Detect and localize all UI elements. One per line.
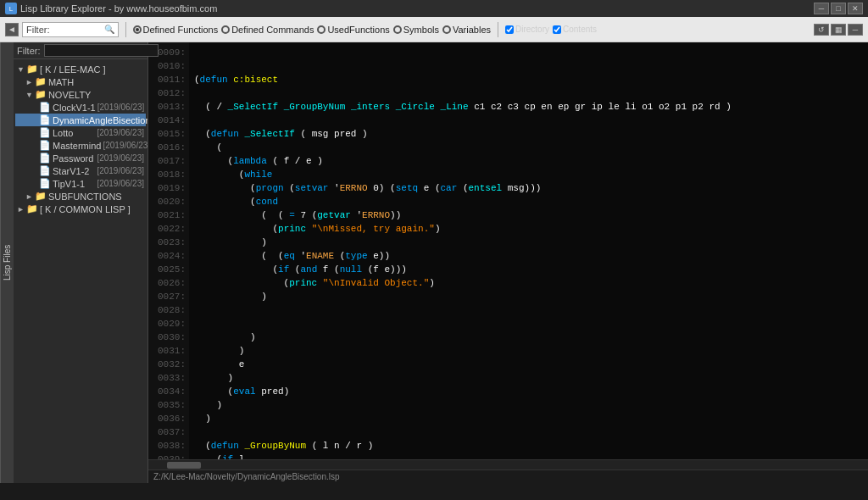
tree-item-novelty[interactable]: ▼ 📁 NOVELTY <box>15 88 146 101</box>
tree-panel: ▼ 📁 [ K / LEE-MAC ] ► 📁 MATH ▼ 📁 NOVELTY… <box>14 59 147 483</box>
filter-row: Filter: <box>14 42 147 59</box>
app-icon: L <box>5 3 17 14</box>
radio-symbols-label: Symbols <box>403 25 439 35</box>
tree-date-mastermind: [2019/06/23] <box>103 141 147 150</box>
file-path: Z:/K/Lee-Mac/Novelty/DynamicAngleBisecti… <box>153 472 340 481</box>
scrollbar-thumb[interactable] <box>167 462 201 469</box>
separator-2 <box>498 22 498 37</box>
tree-item-starv1[interactable]: 📄 StarV1-2 [2019/06/23] <box>15 164 146 177</box>
refresh-button[interactable]: ↺ <box>814 24 829 36</box>
file-icon-tipv1: 📄 <box>39 178 51 189</box>
radio-symbols-dot <box>393 25 402 34</box>
arrow-subfunctions: ► <box>25 192 33 201</box>
radio-defined-commands-dot <box>221 25 230 34</box>
back-button[interactable]: ◄ <box>5 23 19 36</box>
file-icon-password: 📄 <box>39 153 51 164</box>
minimize-button[interactable]: ─ <box>814 3 829 14</box>
code-area[interactable]: 0009: 0010: 0011: 0012: 0013: 0014: 0015… <box>148 42 868 459</box>
file-icon-starv1: 📄 <box>39 165 51 176</box>
tree-item-tipv1[interactable]: 📄 TipV1-1 [2019/06/23] <box>15 177 146 190</box>
contents-check[interactable]: Contents <box>553 25 597 34</box>
filter-label: Filter: <box>26 25 50 35</box>
directory-check[interactable]: Directory <box>505 25 549 34</box>
sidebar-filter-input[interactable] <box>44 44 159 57</box>
tree-item-math[interactable]: ► 📁 MATH <box>15 75 146 88</box>
options-button[interactable]: ─ <box>848 24 863 36</box>
radio-variables-dot <box>442 25 451 34</box>
file-icon-clockv1: 📄 <box>39 102 51 113</box>
tree-label-math: MATH <box>48 77 74 87</box>
radio-used-functions-dot <box>317 25 326 34</box>
radio-used-functions[interactable]: UsedFunctions <box>317 25 389 35</box>
tree-label-lee-mac: [ K / LEE-MAC ] <box>40 64 106 75</box>
tree-label-mastermind: Mastermind <box>53 141 101 151</box>
separator-1 <box>125 22 126 37</box>
horizontal-scrollbar[interactable] <box>148 459 868 469</box>
tree-date-tipv1: [2019/06/23] <box>97 179 144 188</box>
file-icon-mastermind: 📄 <box>39 140 51 151</box>
radio-defined-functions-dot <box>133 25 142 34</box>
radio-symbols[interactable]: Symbols <box>393 25 439 35</box>
tree-label-novelty: NOVELTY <box>48 90 92 100</box>
arrow-common-lisp: ► <box>17 205 25 214</box>
tree-label-tipv1: TipV1-1 <box>53 179 85 189</box>
radio-used-functions-label: UsedFunctions <box>327 25 389 35</box>
tree-item-subfunctions[interactable]: ► 📁 SUBFUNCTIONS <box>15 190 146 203</box>
tree-date-starv1: [2019/06/23] <box>97 166 144 175</box>
maximize-button[interactable]: □ <box>831 3 846 14</box>
tree-label-dynamic: DynamicAngleBisection <box>53 115 147 125</box>
title-bar-left: L Lisp Library Explorer - by www.houseof… <box>5 3 217 14</box>
tree-item-password[interactable]: 📄 Password [2019/06/23] <box>15 152 146 164</box>
folder-icon-lee-mac: 📁 <box>26 64 38 75</box>
tree-item-common-lisp[interactable]: ► 📁 [ K / COMMON LISP ] <box>15 203 146 215</box>
tree-item-clockv1[interactable]: 📄 ClockV1-1 [2019/06/23] <box>15 101 146 114</box>
tree-label-clockv1: ClockV1-1 <box>53 103 96 113</box>
tree-date-clockv1: [2019/06/23] <box>97 103 145 112</box>
radio-defined-functions[interactable]: Defined Functions <box>133 25 219 35</box>
filter-label-sidebar: Filter: <box>17 46 41 56</box>
search-box: Filter: 🔍 <box>22 22 119 37</box>
tree-date-password: [2019/06/23] <box>97 153 144 163</box>
tree-item-mastermind[interactable]: 📄 Mastermind [2019/06/23] <box>15 139 146 152</box>
radio-defined-commands-label: Defined Commands <box>231 25 314 35</box>
save-button[interactable]: ▦ <box>831 24 846 36</box>
tree-item-lee-mac[interactable]: ▼ 📁 [ K / LEE-MAC ] <box>15 63 146 75</box>
code-panel: 0009: 0010: 0011: 0012: 0013: 0014: 0015… <box>148 42 868 483</box>
arrow-lee-mac: ▼ <box>17 65 25 74</box>
close-button[interactable]: ✕ <box>848 3 863 14</box>
folder-icon-common-lisp: 📁 <box>26 203 38 214</box>
main-content: Lisp Files Filter: ▼ 📁 [ K / LEE-MAC ] ►… <box>0 42 868 483</box>
directory-label: Directory <box>515 25 549 34</box>
search-input[interactable] <box>52 25 103 35</box>
title-bar-controls: ─ □ ✕ <box>814 3 863 14</box>
code-content[interactable]: (defun c:bisect ( / _SelectIf _GroupByNu… <box>189 42 868 459</box>
radio-variables-label: Variables <box>453 25 491 35</box>
tree-item-lotto[interactable]: 📄 Lotto [2019/06/23] <box>15 126 146 139</box>
lisp-files-label: Lisp Files <box>0 42 14 483</box>
arrow-novelty: ▼ <box>25 91 33 99</box>
left-panel: Lisp Files Filter: ▼ 📁 [ K / LEE-MAC ] ►… <box>0 42 148 483</box>
title-bar: L Lisp Library Explorer - by www.houseof… <box>0 0 868 17</box>
tree-label-starv1: StarV1-2 <box>53 166 89 176</box>
file-icon-lotto: 📄 <box>39 127 51 138</box>
tree-label-password: Password <box>53 153 93 164</box>
file-icon-dynamic: 📄 <box>39 114 51 125</box>
status-bar: Z:/K/Lee-Mac/Novelty/DynamicAngleBisecti… <box>148 469 868 483</box>
radio-defined-functions-label: Defined Functions <box>143 25 219 35</box>
line-numbers: 0009: 0010: 0011: 0012: 0013: 0014: 0015… <box>148 42 189 459</box>
toolbar-right-icons: ↺ ▦ ─ <box>814 24 863 36</box>
tree-label-subfunctions: SUBFUNCTIONS <box>48 192 122 202</box>
tree-date-lotto: [2019/06/23] <box>97 128 144 137</box>
arrow-math: ► <box>25 78 33 86</box>
title-text: Lisp Library Explorer - by www.houseofbi… <box>20 3 217 14</box>
tree-item-dynamic-angle[interactable]: 📄 DynamicAngleBisection [2019/06/23] <box>15 114 146 126</box>
toolbar: ◄ Filter: 🔍 Defined Functions Defined Co… <box>0 17 868 42</box>
radio-variables[interactable]: Variables <box>442 25 491 35</box>
folder-icon-subfunctions: 📁 <box>35 191 47 202</box>
tree-label-lotto: Lotto <box>53 128 73 138</box>
folder-icon-novelty: 📁 <box>35 89 47 100</box>
contents-label: Contents <box>563 25 597 34</box>
tree-label-common-lisp: [ K / COMMON LISP ] <box>40 204 131 214</box>
radio-defined-commands[interactable]: Defined Commands <box>221 25 314 35</box>
search-icon[interactable]: 🔍 <box>104 25 114 34</box>
